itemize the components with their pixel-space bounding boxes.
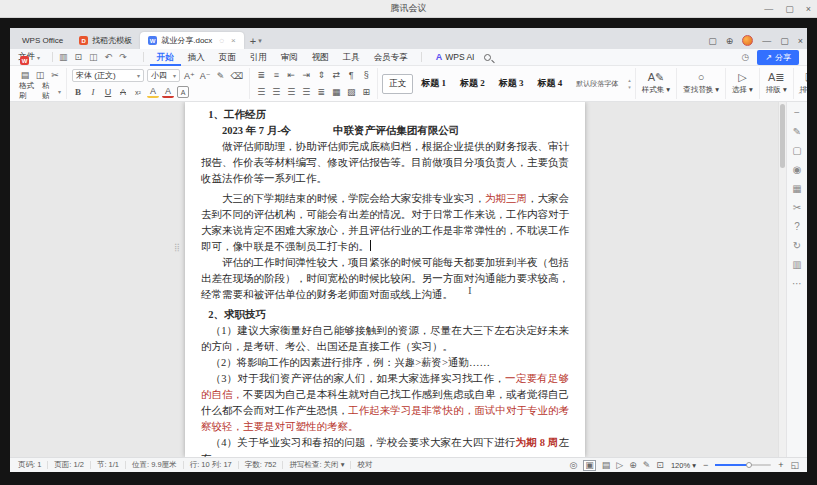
web-view-icon[interactable]: ⊕ [629,461,637,470]
dir-icon[interactable]: ⇄ [330,69,342,81]
border-icon[interactable]: ⊞ [360,86,372,98]
image-icon[interactable]: ▦ [792,184,801,194]
vertical-scrollbar[interactable] [778,102,786,457]
read-view-icon[interactable]: ▷ [616,461,623,470]
style-标题 3[interactable]: 标题 3 [493,74,530,93]
doc-paragraph[interactable]: （2）将影响工作的因素进行排序，例：兴趣>薪资>通勤…… [201,355,569,371]
history-icon[interactable]: ◷ [741,52,749,62]
justify-icon[interactable]: ☰ [300,86,312,98]
style-标题 4[interactable]: 标题 4 [532,74,569,93]
align-center-icon[interactable]: ☰ [270,86,282,98]
wps-tab[interactable]: D找稻壳模板 [71,32,140,49]
menu-item-视图[interactable]: 视图 [305,49,336,66]
outline-view-icon[interactable]: ▤ [602,461,611,470]
zoom-slider-knob[interactable] [746,462,752,468]
help-icon[interactable]: ? [794,222,800,232]
bullets-icon[interactable]: ≣ [255,69,267,81]
lspace-icon[interactable]: ⇕ [315,69,327,81]
paste-icon[interactable]: ▤ [19,69,31,81]
grow-font-icon[interactable]: A⁺ [183,70,196,82]
find-replace-button[interactable]: ○查找替换 ▾ [677,68,726,99]
fullscreen-icon[interactable]: ◱ [790,461,799,470]
wps-tab[interactable]: WWPS Office [14,32,71,49]
pageview-view-icon[interactable]: ▣ [583,460,596,471]
doc-paragraph[interactable]: （3）对于我们资产评估的家人们，如果大家选择实习找工作，一定要有足够的自信，不要… [201,371,569,435]
zoom-in-button[interactable]: + [778,460,783,470]
text-effect-icon[interactable]: ✎ [215,70,227,82]
styles-scroll-arrows[interactable]: ▴▾ [628,77,631,90]
doc-paragraph[interactable]: 大三的下学期结束的时候，学院会给大家安排专业实习，为期三周，大家会去到不同的评估… [201,191,569,255]
menu-item-插入[interactable]: 插入 [181,49,212,66]
menu-item-会员专享[interactable]: 会员专享 [367,49,415,66]
style-正文[interactable]: 正文 [382,74,413,94]
menu-item-引用[interactable]: 引用 [243,49,274,66]
document-page[interactable]: 1、工作经历2023 年 7 月-今 中联资产评估集团有限公司做评估师助理，协助… [185,102,585,457]
menu-item-开始[interactable]: 开始 [150,49,181,66]
italic-icon[interactable]: I [87,86,99,98]
box-icon[interactable]: A [177,86,189,98]
minimize-icon[interactable]: — [764,4,773,14]
copy-icon[interactable]: ◫ [34,69,46,81]
annotate-view-icon[interactable]: ✎ [643,461,651,470]
close-icon[interactable]: × [806,4,811,14]
status-6[interactable]: 拼写检查: 关闭 ▾ [289,460,344,470]
zoom-slider[interactable] [715,464,771,466]
tab-list-arrow-icon[interactable]: ▾ [258,37,262,45]
doc-paragraph[interactable]: 2023 年 7 月-今 中联资产评估集团有限公司 [201,123,569,139]
clear-format-icon[interactable]: ⌫ [230,70,245,82]
preview-icon[interactable]: ◫ [89,52,98,62]
more-icon[interactable]: ⋯ [792,279,802,289]
doc-paragraph[interactable]: 做评估师助理，协助评估师完成底稿归档，根据企业提供的财务报表、审计报告、作价表等… [201,139,569,187]
picture-icon[interactable]: ▥ [792,260,801,270]
globe-settings-icon[interactable]: ⊕ [726,36,734,46]
grid-icon[interactable]: ▦ [330,86,342,98]
wps-ai-button[interactable]: A WPS AI [436,52,475,62]
numbering-icon[interactable]: ≡ [270,69,282,81]
style-默认段落字体[interactable]: 默认段落字体 [570,76,624,92]
menu-item-工具[interactable]: 工具 [336,49,367,66]
format-painter-button[interactable]: 格式刷 [19,81,39,101]
style-标题 1[interactable]: 标题 1 [415,74,452,93]
zoom-level[interactable]: 120% ▾ [671,461,696,470]
shade-icon[interactable]: ▨ [345,86,357,98]
hl-icon[interactable]: A [147,86,159,98]
style-标题 2[interactable]: 标题 2 [454,74,491,93]
wps-restore-icon[interactable]: ▢ [780,36,789,46]
font-name-combo[interactable]: 宋体 (正文) ▾ [72,69,144,82]
outdent-icon[interactable]: ⇤ [285,69,297,81]
print-icon[interactable]: ⊡ [75,52,83,62]
indent-icon[interactable]: ⇥ [300,69,312,81]
collapse-icon[interactable]: − [794,108,800,118]
align-right-icon[interactable]: ☰ [285,86,297,98]
style-set-button[interactable]: A✎样式集 ▾ [636,68,677,99]
scrollbar-thumb[interactable] [780,104,785,168]
wps-tab[interactable]: W就业分享.docx◌× [140,32,244,49]
contacts-icon[interactable]: ◉ [793,165,802,175]
menu-item-页面[interactable]: 页面 [212,49,243,66]
paragraph-drag-handle[interactable]: ⣿ [174,244,180,252]
redo-icon[interactable]: ↷ [119,52,127,62]
font-size-combo[interactable]: 小四 ▾ [147,69,180,82]
distribute-icon[interactable]: ≣ [315,86,327,98]
wps-close-icon[interactable]: × [798,36,803,46]
sup-icon[interactable]: x² [132,86,144,98]
sym-icon[interactable]: ¶ [345,69,357,81]
windows-stack-icon[interactable]: ▢ [708,36,717,46]
scissors-icon[interactable]: ✂ [793,203,801,213]
paste-button[interactable]: 粘贴 [42,81,55,101]
tab-close-icon[interactable]: × [231,36,236,45]
user-avatar[interactable] [742,35,753,46]
fit-view-icon[interactable]: ⊡ [656,461,664,470]
comment-icon[interactable]: ▢ [792,146,801,156]
scroll-down-icon[interactable]: ▾ [628,84,631,90]
doc-paragraph[interactable]: 评估的工作时间弹性较大，项目紧张的时候可能每天都要加班到半夜（包括出差在现场的阶… [201,255,569,303]
ribbon-collapse-icon[interactable]: ⌃ [797,91,803,99]
bold-icon[interactable]: B [72,86,84,98]
restore-icon[interactable]: ▢ [785,4,794,14]
doc-paragraph[interactable]: 2、求职技巧 [201,307,569,323]
search-icon[interactable] [484,54,491,61]
sync-icon[interactable]: ↻ [793,241,801,251]
new-tab-button[interactable]: + [250,35,256,47]
pset-icon[interactable]: § [360,69,372,81]
shrink-font-icon[interactable]: A⁻ [199,70,212,82]
